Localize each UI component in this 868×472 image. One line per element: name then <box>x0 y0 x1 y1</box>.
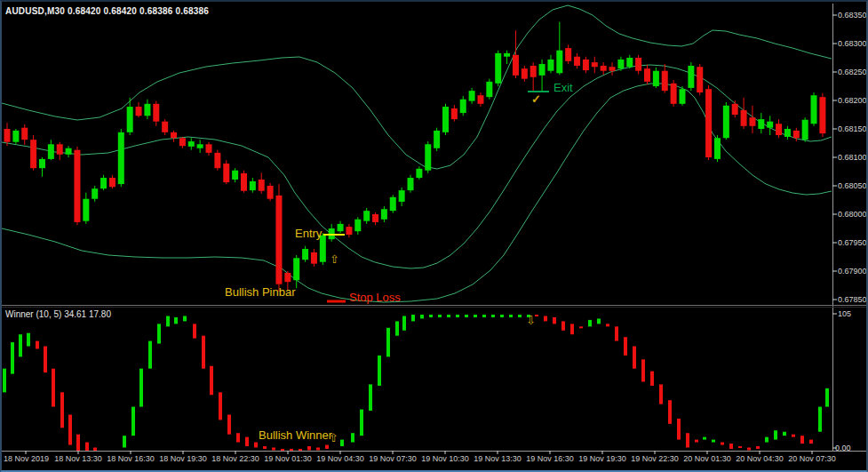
winner-bar <box>369 384 372 411</box>
bullish-winner-label[interactable]: Bullish Winner <box>259 428 332 442</box>
price-axis-label: 0.68350 <box>838 11 868 20</box>
time-axis-label: 18 Nov 16:30 <box>105 454 156 464</box>
winner-bar <box>202 336 205 369</box>
candle-body <box>162 122 168 132</box>
candle-body <box>12 131 19 142</box>
candle-body <box>57 144 63 155</box>
candle-body <box>609 67 616 70</box>
winner-bar <box>76 435 80 453</box>
winner-bar <box>36 341 39 349</box>
winner-bar <box>756 446 760 449</box>
time-axis-label: 19 Nov 04:30 <box>315 454 366 464</box>
candle-body <box>338 224 344 231</box>
candle-body <box>39 159 45 168</box>
winner-bar <box>474 315 477 317</box>
candle-body <box>705 89 712 157</box>
winner-bar <box>650 372 654 386</box>
chart-header: AUDUSD,M30 0.68420 0.68420 0.68386 0.683… <box>5 6 209 16</box>
candle-body <box>574 57 580 66</box>
candle-body <box>504 53 510 57</box>
winner-bar <box>227 414 231 434</box>
candle-body <box>442 107 449 132</box>
winner-bar <box>518 315 522 317</box>
candle-body <box>21 128 28 140</box>
candle-body <box>644 68 650 82</box>
winner-bar <box>465 315 468 317</box>
candle-body <box>617 60 624 68</box>
candle-body <box>565 48 571 61</box>
price-axis-label: 0.68250 <box>838 68 868 76</box>
time-axis-label: 20 Nov 04:30 <box>734 454 785 464</box>
winner-bar <box>60 392 64 428</box>
candle-body <box>547 60 553 71</box>
winner-sell-arrow-icon[interactable]: ⇩ <box>526 316 536 326</box>
candle-body <box>206 144 212 153</box>
stop-loss-label[interactable]: Stop Loss <box>349 291 401 304</box>
winner-bar <box>774 430 777 439</box>
winner-bar <box>123 436 126 447</box>
exit-label[interactable]: Exit <box>553 81 573 94</box>
winner-bar <box>491 315 495 317</box>
winner-bar <box>695 440 698 443</box>
candle-body <box>477 95 483 104</box>
candle-body <box>513 55 519 76</box>
winner-buy-arrow-icon[interactable]: ⇧ <box>329 433 338 444</box>
winner-bar <box>783 432 786 436</box>
winner-bar <box>219 392 222 420</box>
time-axis-label: 19 Nov 01:30 <box>262 454 314 464</box>
entry-up-arrow-icon[interactable]: ⇧ <box>330 254 339 265</box>
candle-body <box>241 173 247 191</box>
time-axis-label: 20 Nov 07:30 <box>786 454 838 464</box>
winner-bar <box>721 443 724 445</box>
winner-bar <box>500 315 504 317</box>
winner-bar <box>236 433 240 442</box>
winner-bar <box>210 366 213 396</box>
candle-body <box>688 66 694 88</box>
candle-body <box>635 58 641 71</box>
entry-label[interactable]: Entry <box>295 227 322 240</box>
main-panel[interactable] <box>2 5 832 302</box>
winner-bar <box>166 316 170 326</box>
winner-bar <box>712 440 715 443</box>
candle-body <box>302 249 308 260</box>
candle-body <box>109 178 115 187</box>
time-axis-label: 18 Nov 19:30 <box>157 454 209 464</box>
price-axis-label: 0.68150 <box>838 124 868 133</box>
candle-body <box>662 71 668 91</box>
indicator-scale-bottom-label: 0.00 <box>835 444 865 452</box>
winner-bar <box>68 414 72 444</box>
candle-body <box>767 122 773 128</box>
exit-checkmark-icon[interactable]: ✓ <box>531 92 541 106</box>
candle-body <box>275 196 282 284</box>
candle-body <box>250 181 256 190</box>
candle-body <box>284 273 291 282</box>
chart-canvas[interactable] <box>2 2 868 472</box>
winner-bar <box>579 326 583 328</box>
candle-body <box>556 51 562 74</box>
winner-bar <box>420 315 424 318</box>
candle-body <box>653 71 659 86</box>
candle-body <box>671 84 677 104</box>
time-axis-label: 18 Nov 22:30 <box>210 454 261 464</box>
winner-bar <box>272 447 275 450</box>
winner-bar <box>588 320 592 326</box>
price-axis-label: 0.68300 <box>838 39 868 48</box>
winner-bar <box>157 324 161 343</box>
winner-bar <box>809 440 813 444</box>
time-axis-label: 19 Nov 07:30 <box>367 454 418 464</box>
candle-body <box>732 104 738 115</box>
winner-bar <box>482 315 486 317</box>
candle-body <box>118 132 124 184</box>
candle-body <box>223 164 229 182</box>
price-axis-label: 0.68050 <box>838 181 868 190</box>
candle-body <box>522 68 528 79</box>
winner-bar <box>686 433 689 447</box>
candle-body <box>214 153 220 168</box>
bullish-pinbar-label[interactable]: Bullish Pinbar <box>225 285 296 299</box>
candle-body <box>469 91 475 101</box>
winner-bar <box>456 315 459 317</box>
indicator-panel[interactable] <box>3 315 829 452</box>
winner-bar <box>174 317 178 324</box>
candle-body <box>66 148 72 155</box>
winner-bar <box>254 443 258 448</box>
